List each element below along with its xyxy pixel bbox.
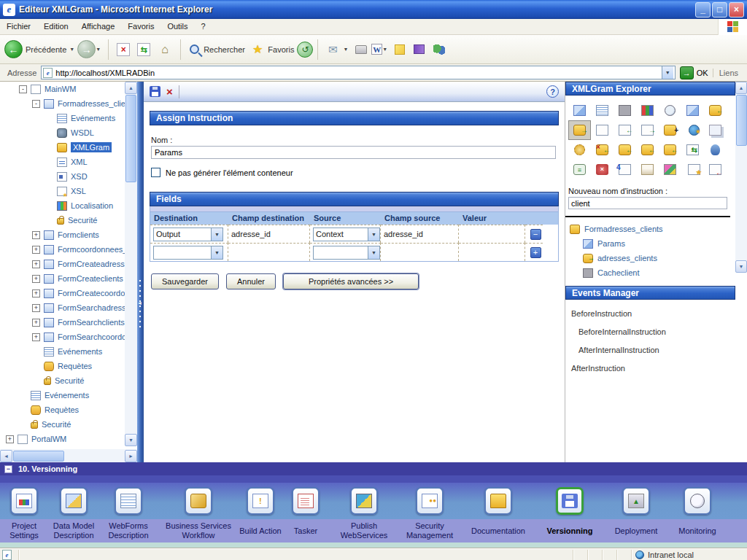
home-icon[interactable]: ⌂ [158, 43, 172, 56]
tree-item-localisation[interactable]: Localisation [0, 198, 137, 213]
address-dropdown-icon[interactable]: ▼ [662, 66, 673, 79]
mail-dropdown-icon[interactable]: ▼ [343, 47, 348, 52]
links-label[interactable]: Liens [713, 69, 744, 77]
explorer-tree-params[interactable]: Params [565, 236, 735, 251]
forward-dropdown-icon[interactable]: ▼ [96, 47, 101, 52]
web-service-icon[interactable] [681, 120, 704, 140]
edit-word-icon[interactable]: W [371, 44, 382, 55]
event-after-internal-instruction[interactable]: AfterInternalInstruction [565, 346, 735, 354]
menu-affichage[interactable]: Affichage [75, 19, 122, 34]
cancel-button[interactable]: Annuler [226, 273, 276, 289]
search-icon[interactable] [190, 44, 199, 54]
expand-toggle[interactable]: + [32, 231, 40, 239]
tree-item-securite[interactable]: Securité [0, 417, 137, 432]
container-checkbox[interactable] [151, 168, 160, 177]
panel-splitter[interactable]: ◄ [137, 82, 144, 462]
splitter-collapse-icon[interactable]: ◄ [137, 300, 142, 306]
menu-help[interactable]: ? [195, 19, 212, 34]
expand-toggle[interactable]: + [32, 275, 40, 283]
new-document-icon[interactable] [591, 120, 614, 140]
expand-toggle[interactable]: + [32, 246, 40, 254]
script-return-icon[interactable] [704, 160, 727, 179]
tree-item-formsearchclients[interactable]: +FormSearchclients [0, 315, 137, 330]
event-before-internal-instruction[interactable]: BeforeInternalInstruction [565, 327, 735, 336]
source-select[interactable]: ▼ [313, 246, 380, 260]
expand-toggle[interactable]: - [19, 85, 27, 93]
documentation-label[interactable]: Documentation [471, 526, 525, 536]
scroll-thumb[interactable] [125, 95, 136, 182]
expand-toggle[interactable]: + [32, 333, 40, 341]
search-label[interactable]: Rechercher [204, 45, 245, 54]
delete-db-icon[interactable] [591, 140, 614, 160]
tree-item-formcreateadress[interactable]: +FormCreateadress [0, 257, 137, 271]
search-icon[interactable] [659, 101, 681, 120]
deployment-label[interactable]: Deployment [615, 526, 658, 536]
tasker-label[interactable]: Tasker [294, 526, 317, 536]
tree-item-mainwm[interactable]: -MainWM [0, 82, 137, 96]
save-icon[interactable] [150, 86, 160, 97]
script-generate-icon[interactable] [681, 160, 704, 179]
chevron-down-icon[interactable]: ▼ [368, 228, 379, 241]
collapse-icon[interactable]: − [4, 465, 12, 473]
source-select[interactable]: Context▼ [313, 228, 380, 241]
tree-item-formsearchcoordo[interactable]: +FormSearchcoordo [0, 330, 137, 344]
event-before-instruction[interactable]: BeforeInstruction [565, 309, 735, 318]
breakpoint-icon[interactable]: × [591, 160, 614, 179]
help-icon[interactable]: ? [546, 85, 559, 98]
tree-item-portalwm[interactable]: +PortalWM [0, 432, 137, 446]
tree-item-formcreatecoordo[interactable]: +FormCreatecoordo [0, 286, 137, 300]
chevron-down-icon[interactable]: ▼ [211, 246, 222, 259]
word-dropdown-icon[interactable]: ▼ [382, 47, 387, 52]
tree-horizontal-scrollbar[interactable]: ◄ ► [0, 449, 137, 462]
chevron-down-icon[interactable]: ▼ [211, 228, 222, 241]
tree-item-xsl[interactable]: XSL [0, 184, 137, 198]
restore-button[interactable]: □ [712, 2, 727, 18]
menu-favoris[interactable]: Favoris [121, 19, 160, 34]
remove-row-button[interactable]: − [530, 229, 541, 240]
versionning-label[interactable]: Versionning [547, 526, 593, 536]
scroll-down-icon[interactable]: ▼ [125, 434, 137, 446]
tree-item-xsd[interactable]: XSD [0, 169, 137, 184]
champ-source-cell[interactable] [381, 243, 459, 261]
settings-gear-icon[interactable] [568, 140, 591, 160]
scroll-left-icon[interactable]: ◄ [0, 450, 12, 462]
input-db-icon[interactable] [704, 101, 727, 120]
project-settings-label[interactable]: Project Settings [0, 521, 48, 540]
scroll-down-icon[interactable]: ▼ [735, 260, 747, 273]
champ-destination-cell[interactable] [228, 243, 310, 261]
expand-toggle[interactable]: + [32, 289, 40, 298]
webforms-label[interactable]: WebForms Description [99, 521, 158, 540]
security-management-button[interactable] [398, 483, 461, 519]
assign-instruction-icon[interactable] [568, 101, 591, 120]
new-instruction-input[interactable] [568, 197, 727, 209]
menu-edition[interactable]: Edition [37, 19, 75, 34]
chevron-down-icon[interactable]: ▼ [368, 246, 379, 259]
data-model-label[interactable]: Data Model Description [48, 521, 99, 540]
expand-toggle[interactable]: + [32, 304, 40, 312]
expand-toggle[interactable]: - [32, 100, 40, 108]
close-button[interactable]: × [729, 2, 744, 18]
tree-item-requetes[interactable]: Requètes [0, 359, 137, 373]
tree-item-formsearchadress[interactable]: +FormSearchadress [0, 300, 137, 315]
project-settings-button[interactable] [0, 483, 48, 519]
monitoring-label[interactable]: Monitoring [678, 526, 716, 536]
go-button[interactable]: → OK [680, 66, 708, 79]
output-db-icon[interactable] [568, 120, 591, 140]
minimize-button[interactable]: _ [695, 2, 711, 18]
favorites-label[interactable]: Favoris [268, 45, 294, 54]
build-action-label[interactable]: Build Action [239, 526, 281, 536]
publish-webservices-button[interactable] [330, 483, 398, 519]
tasker-button[interactable] [282, 483, 330, 519]
menu-outils[interactable]: Outils [160, 19, 194, 34]
tree-item-securite[interactable]: Securité [0, 373, 137, 388]
data-model-button[interactable] [48, 483, 99, 519]
mail-icon[interactable] [636, 160, 659, 179]
go-arrow-icon[interactable]: → [680, 66, 694, 79]
statistics-icon[interactable] [636, 101, 659, 120]
monitoring-button[interactable] [668, 483, 727, 519]
cache-icon[interactable] [614, 101, 636, 120]
goto-instruction-icon[interactable] [614, 160, 636, 179]
webforms-button[interactable] [99, 483, 158, 519]
event-after-instruction[interactable]: AfterInstruction [565, 364, 735, 373]
save-button[interactable]: Sauvegarder [151, 273, 219, 289]
